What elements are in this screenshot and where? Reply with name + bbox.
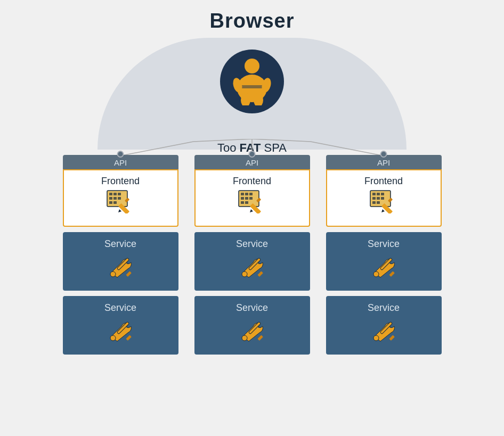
svg-rect-44 [257,271,263,277]
api-header-left: API [63,155,178,169]
service-card-center-1: Service [194,232,310,291]
svg-rect-18 [118,197,121,200]
service-card-center-2: Service [194,296,310,355]
svg-point-45 [242,335,247,341]
api-card-left: API Frontend [63,155,178,227]
svg-rect-49 [372,193,376,195]
svg-rect-54 [381,197,384,200]
service-label-center-1: Service [236,238,268,250]
svg-rect-52 [372,197,376,200]
svg-point-24 [110,272,116,277]
svg-rect-53 [377,197,380,200]
fat-icon-circle [220,50,284,113]
api-dot-left [117,151,124,158]
frontend-label-left: Frontend [101,176,140,187]
column-center: API Frontend [194,155,310,355]
svg-rect-13 [109,193,112,195]
svg-point-42 [242,272,247,277]
frontend-label-right: Frontend [364,176,403,187]
api-label-right: API [377,158,390,167]
frontend-card-left: Frontend [63,169,178,227]
service-card-right-1: Service [326,232,442,291]
svg-rect-50 [377,193,380,195]
svg-rect-29 [126,335,132,341]
svg-rect-32 [245,193,248,195]
frontend-card-right: Frontend [326,169,442,227]
svg-rect-56 [377,201,380,204]
svg-rect-34 [241,197,244,200]
service-icon-center-1 [238,254,266,283]
svg-rect-14 [113,193,117,195]
service-label-left-2: Service [104,302,136,314]
svg-rect-36 [249,197,253,200]
svg-marker-22 [118,209,121,212]
svg-marker-40 [250,209,253,212]
api-dot-center [249,151,256,158]
service-label-right-1: Service [368,238,400,250]
svg-rect-19 [109,201,112,204]
svg-rect-15 [118,193,121,195]
svg-point-0 [245,59,259,73]
api-dot-right [380,151,387,158]
svg-rect-31 [241,193,244,195]
svg-point-63 [373,335,379,341]
service-label-left-1: Service [104,238,136,250]
service-card-left-1: Service [63,232,178,291]
frontend-icon-right [370,190,397,218]
service-icon-left-1 [107,254,134,283]
svg-rect-38 [245,201,248,204]
svg-rect-20 [113,201,117,204]
service-icon-left-2 [107,318,134,347]
svg-point-27 [110,335,116,341]
svg-rect-51 [381,193,384,195]
api-card-right: API Frontend [326,155,442,227]
svg-rect-35 [245,197,248,200]
api-card-center: API Frontend [194,155,310,227]
svg-marker-58 [381,209,385,212]
service-label-right-2: Service [368,302,400,314]
frontend-card-center: Frontend [194,169,310,227]
svg-rect-37 [241,201,244,204]
api-label-center: API [246,158,258,167]
svg-point-60 [373,272,379,277]
frontend-icon-center [238,190,266,218]
svg-rect-16 [109,197,112,200]
svg-rect-47 [257,335,263,341]
svg-rect-55 [372,201,376,204]
api-label-left: API [114,158,127,167]
service-card-right-2: Service [326,296,442,355]
columns-row: API Frontend [7,155,497,355]
column-right: API Frontend [326,155,442,355]
svg-rect-33 [249,193,253,195]
api-header-right: API [326,155,442,169]
fat-person-icon [231,57,273,105]
service-card-left-2: Service [63,296,178,355]
main-container: Browser Too FAT SPA [0,0,504,436]
column-left: API Frontend [63,155,178,355]
svg-rect-26 [126,271,132,277]
service-label-center-2: Service [236,302,268,314]
svg-rect-62 [389,271,395,277]
svg-rect-2 [238,85,266,88]
service-icon-right-1 [370,254,397,283]
frontend-icon-left [107,190,134,218]
browser-title: Browser [209,10,294,32]
svg-rect-17 [113,197,117,200]
api-header-center: API [194,155,310,169]
service-icon-right-2 [370,318,397,347]
service-icon-center-2 [238,318,266,347]
columns-area: API Frontend [7,155,497,355]
dome-area: Too FAT SPA [97,38,407,155]
frontend-label-center: Frontend [233,176,271,187]
svg-rect-65 [389,335,395,341]
